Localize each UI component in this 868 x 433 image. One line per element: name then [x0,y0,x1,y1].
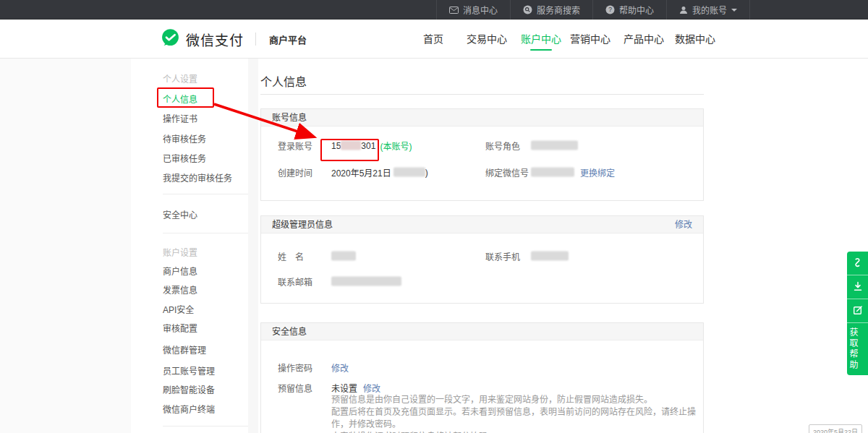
super-admin-header: 超级管理员信息 修改 [261,216,703,233]
redacted-blur [531,168,574,177]
current-account-badge: (本账号) [380,140,412,152]
operation-password-label: 操作密码 [278,361,331,374]
get-help-button[interactable]: 获取帮助 [847,323,859,375]
login-account-suffix: 301 [361,140,375,150]
site-header: 微信支付 商户平台 首页 交易中心 账户中心 营销中心 产品中心 数据中心 [0,20,868,59]
sidebar-item-merchant-info[interactable]: 商户信息 [163,265,197,277]
sidebar-item-operation-certificate[interactable]: 操作证书 [163,112,197,124]
super-admin-section: 超级管理员信息 修改 姓 名 联系手机 联系邮箱 [260,215,704,304]
nav-transaction-center[interactable]: 交易中心 [467,20,507,59]
redacted-blur [393,168,425,177]
nav-product-center[interactable]: 产品中心 [624,20,664,59]
created-time-row: 创建时间 2020年5月21日 ) [278,166,428,179]
description-line: 配置后将在首页及充值页面显示。若未看到预留信息，表明当前访问的网站存在风险，请终… [331,406,703,431]
sidebar-item-invoice-info[interactable]: 发票信息 [163,283,197,296]
sidebar-item-pending-review-tasks[interactable]: 待审核任务 [163,132,206,145]
sidebar-item-wechat-group-management[interactable]: 微信群管理 [163,343,206,356]
sidebar-item-staff-account-management[interactable]: 员工账号管理 [163,364,215,377]
feedback-button[interactable] [847,299,868,323]
brand: 微信支付 商户平台 [161,20,307,59]
sidebar-section-account-settings: 账户设置 [163,246,197,258]
sidebar-item-reviewed-tasks[interactable]: 已审核任务 [163,152,206,164]
security-info-title: 安全信息 [272,323,307,340]
redacted-blur [331,252,356,261]
sidebar-item-face-smart-device[interactable]: 刷脸智能设备 [163,383,215,395]
redacted-blur [341,141,361,150]
feedback-icon [853,305,863,317]
admin-phone-label: 联系手机 [485,250,531,262]
change-binding-link[interactable]: 更换绑定 [580,166,615,179]
reserved-info-label: 预留信息 [278,382,331,394]
account-role-row: 账号角色 [485,140,578,152]
svg-text:?: ? [608,6,612,13]
sidebar: 个人设置 个人信息 操作证书 待审核任务 已审核任务 我提交的审核任务 安全中心… [131,59,248,433]
account-info-header: 账号信息 [261,109,703,127]
left-background-strip [0,59,131,433]
chevron-down-icon [731,9,737,14]
nav-home[interactable]: 首页 [423,20,443,59]
created-time-label: 创建时间 [278,166,331,179]
page-title: 个人信息 [260,72,307,90]
edit-admin-link[interactable]: 修改 [675,216,692,233]
sidebar-item-personal-info[interactable]: 个人信息 [163,93,197,105]
redacted-blur [531,141,578,150]
link-icon [853,257,863,270]
bound-wechat-label: 绑定微信号 [485,166,531,179]
description-line: 预留信息是由你自己设置的一段文字，用来鉴定网站身份，防止假冒网站造成损失。 [331,394,703,406]
my-account-menu[interactable]: 我的账号 [666,0,750,20]
floating-help-widget: 获取帮助 [847,252,868,375]
bound-wechat-row: 绑定微信号 更换绑定 [485,166,615,179]
login-account-row: 登录账号 15 301 (本账号) [278,140,412,152]
brand-divider [255,33,256,46]
admin-name-row: 姓 名 [278,250,356,262]
operation-password-row: 操作密码 修改 [278,361,349,374]
my-account-label: 我的账号 [692,4,727,16]
sidebar-item-my-submitted-review-tasks[interactable]: 我提交的审核任务 [163,171,232,184]
account-info-title: 账号信息 [272,109,307,126]
sidebar-divider [163,233,248,233]
edit-reserved-info-link[interactable]: 修改 [363,382,380,394]
sidebar-item-security-center[interactable]: 安全中心 [163,208,197,220]
created-time-value: 2020年5月21日 [331,166,391,179]
sidebar-divider [163,426,248,426]
mail-icon [449,7,459,14]
sidebar-divider [163,194,248,194]
brand-name: 微信支付 [186,30,244,49]
sidebar-item-review-config[interactable]: 审核配置 [163,322,197,334]
service-provider-search-link[interactable]: 服务商搜索 [510,0,592,20]
help-center-link[interactable]: ? 帮助中心 [592,0,666,20]
admin-phone-row: 联系手机 [485,250,569,262]
nav-account-center[interactable]: 账户中心 [521,20,561,59]
message-center-link[interactable]: 消息中心 [436,0,510,20]
search-icon [523,5,532,14]
reserved-info-value: 未设置 [331,382,357,394]
security-info-section: 安全信息 操作密码 修改 预留信息 未设置 修改 预留信息是由你自己设置的一段文… [260,322,704,433]
nav-marketing-center[interactable]: 营销中心 [570,20,610,59]
super-admin-title: 超级管理员信息 [272,216,333,233]
reserved-info-row: 预留信息 未设置 修改 [278,382,380,394]
edit-password-link[interactable]: 修改 [331,361,349,374]
date-tooltip: 2020年5月22日 [809,424,862,433]
wechat-pay-logo-icon [161,28,180,50]
admin-email-row: 联系邮箱 [278,275,401,288]
reserved-info-description: 预留信息是由你自己设置的一段文字，用来鉴定网站身份，防止假冒网站造成损失。 配置… [331,394,703,433]
download-icon [853,281,863,293]
created-time-tail: ) [425,167,428,177]
title-divider [260,94,704,95]
quick-link-button[interactable] [847,252,868,275]
download-button[interactable] [847,275,868,299]
admin-email-label: 联系邮箱 [278,275,331,288]
sidebar-item-api-security[interactable]: API安全 [163,303,194,315]
portal-name: 商户平台 [269,33,307,46]
top-utility-bar: 消息中心 服务商搜索 ? 帮助中心 我的账号 [0,0,868,20]
sidebar-section-personal-settings: 个人设置 [163,72,197,85]
sidebar-item-wechat-merchant-terminal[interactable]: 微信商户终端 [163,403,215,415]
user-icon [679,6,688,14]
redacted-blur [331,277,401,286]
account-info-section: 账号信息 登录账号 15 301 (本账号) 账号角色 创建时间 2020年5月… [260,108,704,201]
redacted-blur [531,252,569,261]
login-account-label: 登录账号 [278,140,331,152]
service-provider-search-label: 服务商搜索 [537,4,580,16]
help-center-label: 帮助中心 [619,4,654,16]
nav-data-center[interactable]: 数据中心 [675,20,715,59]
